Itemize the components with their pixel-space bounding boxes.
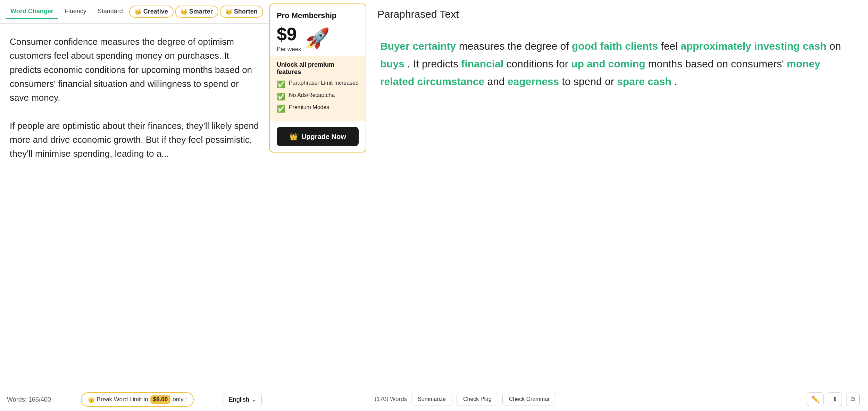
- pro-price-column: $9 Per week: [277, 24, 301, 53]
- tab-creative[interactable]: 👑 Creative: [129, 6, 174, 18]
- paraphrased-text-9: .: [674, 76, 677, 87]
- language-selector[interactable]: English ⌄: [224, 393, 262, 406]
- crown-icon-upgrade: 👑: [289, 132, 298, 141]
- tab-smarter[interactable]: 👑 Smarter: [175, 6, 218, 18]
- tabs-bar: Word Changer Fluency Standard 👑 Creative…: [0, 0, 269, 24]
- word-count: Words: 165/400: [7, 396, 51, 403]
- summarize-button[interactable]: Summarize: [411, 393, 452, 405]
- break-word-limit-button[interactable]: 👑 Break Word Limit in $9.00 only !: [81, 392, 194, 407]
- download-icon: ⬇: [832, 396, 837, 403]
- check-plag-button[interactable]: Check Plag: [457, 393, 498, 405]
- input-paragraph-1: Consumer confidence measures the degree …: [10, 35, 259, 174]
- tab-shorten[interactable]: 👑 Shorten: [220, 6, 263, 18]
- paraphrased-text-6: months based on consumers': [648, 58, 787, 69]
- paraphrased-word-up-and-coming: up and coming: [571, 58, 645, 69]
- paraphrased-header: Paraphrased Text: [366, 0, 868, 26]
- edit-icon: ✏️: [811, 396, 819, 403]
- paraphrased-footer: (170) Words Summarize Check Plag Check G…: [366, 387, 868, 411]
- tab-standard[interactable]: Standard: [93, 5, 128, 19]
- paraphrased-text-7: and: [487, 76, 507, 87]
- pro-feature-2: ✅ No Ads/Recaptcha: [277, 92, 359, 101]
- copy-icon: ⧉: [851, 396, 855, 403]
- paraphrased-word-count: (170) Words: [375, 396, 407, 403]
- pro-title: Pro Membership: [277, 11, 359, 20]
- pro-price: $9: [277, 24, 301, 44]
- check-grammar-button[interactable]: Check Grammar: [502, 393, 556, 405]
- edit-button[interactable]: ✏️: [807, 392, 824, 406]
- input-text-area[interactable]: Consumer confidence measures the degree …: [0, 24, 269, 388]
- chevron-down-icon: ⌄: [251, 396, 257, 403]
- tab-word-changer[interactable]: Word Changer: [6, 5, 58, 19]
- right-panel: Paraphrased Text Buyer certainty measure…: [366, 0, 868, 411]
- left-panel: Word Changer Fluency Standard 👑 Creative…: [0, 0, 269, 411]
- download-button[interactable]: ⬇: [828, 392, 842, 406]
- crown-icon-creative: 👑: [135, 8, 142, 15]
- paraphrased-word-buyer-certainty: Buyer certainty: [380, 40, 456, 52]
- paraphrased-text-1: measures the degree of: [459, 40, 572, 52]
- paraphrased-word-spare-cash: spare cash: [617, 76, 671, 87]
- bottom-bar: Words: 165/400 👑 Break Word Limit in $9.…: [0, 388, 269, 411]
- pro-price-row: $9 Per week 🚀: [277, 24, 359, 53]
- paraphrased-word-approximately-investing-cash: approximately investing cash: [681, 40, 826, 52]
- tab-fluency[interactable]: Fluency: [60, 5, 91, 19]
- paraphrased-text-2: feel: [661, 40, 681, 52]
- paraphrased-word-good-faith-clients: good faith clients: [572, 40, 658, 52]
- rocket-icon: 🚀: [306, 27, 330, 50]
- price-badge: $9.00: [150, 395, 171, 404]
- pro-header: Pro Membership $9 Per week 🚀: [270, 4, 366, 56]
- pro-features-section: Unlock all premium features ✅ Paraphrase…: [270, 56, 366, 121]
- paraphrased-text-8: to spend or: [562, 76, 617, 87]
- paraphrased-text-5: conditions for: [506, 58, 571, 69]
- pro-feature-1: ✅ Paraphraser Limit Increased: [277, 80, 359, 89]
- pro-feature-3: ✅ Premium Modes: [277, 104, 359, 113]
- paraphrased-text-3: on: [829, 40, 841, 52]
- pro-per-week: Per week: [277, 46, 301, 53]
- crown-icon-shorten: 👑: [225, 8, 232, 15]
- check-icon-1: ✅: [277, 80, 285, 89]
- paraphrased-text-4: . It predicts: [407, 58, 461, 69]
- paraphrased-word-buys: buys: [380, 58, 404, 69]
- crown-icon-limit: 👑: [88, 396, 95, 403]
- pro-unlock-title: Unlock all premium features: [277, 61, 359, 76]
- paraphrased-content: Buyer certainty measures the degree of g…: [366, 26, 868, 387]
- check-icon-3: ✅: [277, 105, 285, 113]
- pro-membership-panel: Pro Membership $9 Per week 🚀 Unlock all …: [269, 3, 366, 153]
- paraphrased-word-eagerness: eagerness: [508, 76, 559, 87]
- crown-icon-smarter: 👑: [181, 8, 187, 15]
- app-container: Word Changer Fluency Standard 👑 Creative…: [0, 0, 868, 411]
- check-icon-2: ✅: [277, 92, 285, 101]
- paraphrased-word-financial: financial: [461, 58, 503, 69]
- copy-button[interactable]: ⧉: [846, 393, 860, 406]
- upgrade-now-button[interactable]: 👑 Upgrade Now: [277, 127, 359, 146]
